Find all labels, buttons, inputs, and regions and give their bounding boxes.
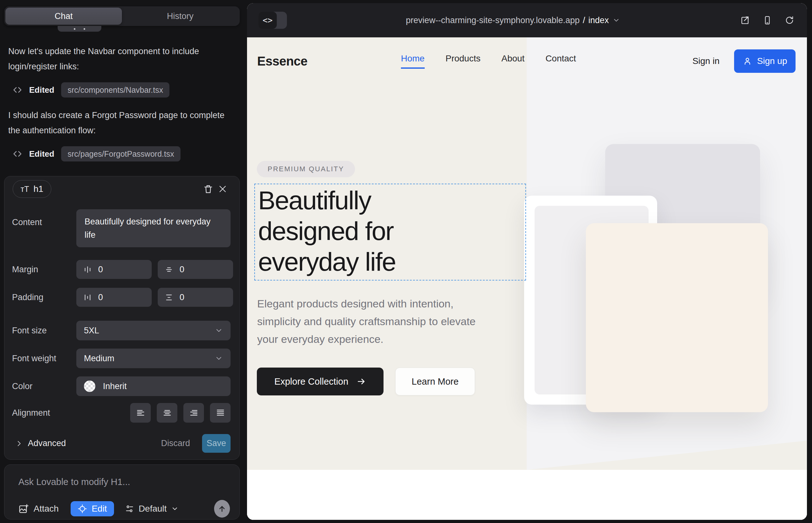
font-weight-select[interactable]: Medium bbox=[76, 348, 231, 368]
sliders-icon bbox=[125, 504, 134, 513]
explore-collection-button[interactable]: Explore Collection bbox=[257, 367, 384, 395]
font-weight-label: Font weight bbox=[12, 354, 76, 363]
sign-up-button[interactable]: Sign up bbox=[734, 49, 796, 73]
sign-in-link[interactable]: Sign in bbox=[692, 56, 720, 66]
edited-file-row[interactable]: Edited src/pages/ForgotPassword.tsx bbox=[13, 146, 180, 161]
content-label: Content bbox=[12, 217, 76, 227]
open-in-new-tab-button[interactable] bbox=[739, 14, 751, 26]
url-bar[interactable]: preview--charming-site-symphony.lovable.… bbox=[287, 16, 739, 25]
margin-y-input[interactable]: 0 bbox=[158, 260, 233, 279]
nav-link-products[interactable]: Products bbox=[446, 54, 481, 69]
attach-button[interactable]: Attach bbox=[18, 504, 58, 514]
chevron-down-icon bbox=[215, 354, 223, 362]
align-left-icon bbox=[136, 408, 145, 418]
trash-icon bbox=[203, 184, 213, 194]
save-button[interactable]: Save bbox=[202, 434, 231, 453]
decor-card-cream bbox=[586, 223, 768, 412]
align-right-icon bbox=[189, 408, 198, 418]
chevron-right-icon bbox=[15, 440, 23, 447]
padding-horizontal-icon bbox=[83, 293, 92, 302]
discard-button[interactable]: Discard bbox=[161, 438, 190, 448]
arrow-right-icon bbox=[357, 377, 366, 386]
align-left-button[interactable] bbox=[130, 403, 151, 422]
learn-more-button[interactable]: Learn More bbox=[395, 367, 475, 395]
hero-cta-row: Explore Collection Learn More bbox=[257, 367, 475, 395]
element-editor-panel: тT h1 Content Beautifully designed bbox=[4, 176, 240, 460]
font-size-select[interactable]: 5XL bbox=[76, 321, 231, 340]
color-select[interactable]: Inherit bbox=[76, 376, 231, 396]
edited-file-row[interactable]: Edited src/components/Navbar.tsx bbox=[13, 82, 170, 97]
site-nav: Home Products About Contact bbox=[401, 54, 576, 69]
preview-pane: <> preview--charming-site-symphony.lovab… bbox=[247, 3, 807, 520]
edited-label: Edited bbox=[29, 149, 54, 159]
hero-paragraph: Elegant products designed with intention… bbox=[257, 295, 498, 348]
nav-link-home[interactable]: Home bbox=[401, 54, 425, 69]
code-icon: <> bbox=[259, 12, 277, 29]
selected-element-badge: тT h1 bbox=[13, 180, 51, 198]
target-icon bbox=[77, 504, 87, 513]
align-center-icon bbox=[162, 408, 172, 418]
attach-image-icon bbox=[18, 504, 29, 514]
model-default-button[interactable]: Default bbox=[125, 504, 179, 514]
preview-path: index bbox=[588, 16, 609, 25]
color-label: Color bbox=[12, 381, 76, 391]
alignment-label: Alignment bbox=[12, 408, 76, 418]
prompt-input[interactable]: Ask Lovable to modify H1... bbox=[18, 477, 230, 487]
margin-x-input[interactable]: 0 bbox=[76, 260, 152, 279]
preview-url: preview--charming-site-symphony.lovable.… bbox=[406, 16, 580, 25]
content-textarea[interactable]: Beautifully designed for everyday life bbox=[76, 209, 231, 247]
padding-label: Padding bbox=[12, 292, 76, 302]
color-swatch bbox=[84, 381, 95, 392]
site-logo[interactable]: Essence bbox=[257, 54, 307, 68]
padding-x-input[interactable]: 0 bbox=[76, 288, 152, 307]
h1-selection-outline[interactable]: Beautifully designed for everyday life bbox=[254, 184, 526, 281]
premium-quality-badge: PREMIUM QUALITY bbox=[257, 161, 355, 177]
tab-history[interactable]: History bbox=[122, 7, 239, 25]
padding-y-input[interactable]: 0 bbox=[158, 288, 233, 307]
send-button[interactable] bbox=[214, 500, 230, 518]
chevron-down-icon bbox=[215, 326, 223, 335]
edited-file-pill[interactable]: src/pages/ForgotPassword.tsx bbox=[61, 146, 180, 161]
external-link-icon bbox=[740, 15, 750, 25]
text-type-icon: тT bbox=[21, 184, 29, 194]
code-icon bbox=[13, 149, 22, 159]
smartphone-icon bbox=[763, 16, 772, 25]
advanced-toggle[interactable]: Advanced bbox=[15, 438, 66, 448]
tab-chat[interactable]: Chat bbox=[5, 7, 122, 25]
arrow-up-icon bbox=[217, 504, 226, 513]
close-icon bbox=[218, 184, 227, 194]
align-justify-button[interactable] bbox=[210, 403, 231, 422]
code-preview-toggle[interactable]: <> bbox=[259, 12, 287, 29]
padding-vertical-icon bbox=[165, 293, 173, 302]
close-editor-button[interactable] bbox=[215, 182, 230, 196]
prompt-composer: Ask Lovable to modify H1... Attach Edit … bbox=[4, 465, 240, 520]
hero-heading[interactable]: Beautifully designed for everyday life bbox=[258, 185, 395, 277]
edited-file-pill[interactable]: src/components/Navbar.tsx bbox=[61, 82, 170, 97]
code-icon bbox=[13, 85, 22, 95]
preview-toolbar: <> preview--charming-site-symphony.lovab… bbox=[247, 3, 807, 37]
chat-message: Now let's update the Navbar component to… bbox=[8, 44, 235, 74]
align-center-button[interactable] bbox=[157, 403, 177, 422]
font-size-label: Font size bbox=[12, 326, 76, 336]
nav-link-contact[interactable]: Contact bbox=[545, 54, 576, 69]
url-separator: / bbox=[583, 16, 585, 25]
edited-label: Edited bbox=[29, 85, 54, 95]
margin-vertical-icon bbox=[165, 265, 173, 274]
chat-panel: Chat History Now let's update the Navbar… bbox=[0, 0, 247, 523]
lovable-app: Chat History Now let's update the Navbar… bbox=[0, 0, 812, 523]
site-navbar: Essence Home Products About Contact Sign… bbox=[257, 49, 797, 73]
align-right-button[interactable] bbox=[183, 403, 204, 422]
section-below-hero bbox=[247, 470, 807, 520]
chat-message: I should also create a Forgot Password p… bbox=[8, 108, 235, 138]
refresh-button[interactable] bbox=[783, 14, 796, 26]
refresh-icon bbox=[785, 16, 794, 25]
edit-mode-button[interactable]: Edit bbox=[71, 501, 114, 516]
margin-label: Margin bbox=[12, 265, 76, 274]
user-icon bbox=[743, 56, 752, 66]
mobile-view-button[interactable] bbox=[761, 14, 773, 26]
margin-horizontal-icon bbox=[83, 265, 92, 274]
element-tag-label: h1 bbox=[34, 184, 43, 194]
delete-element-button[interactable] bbox=[201, 182, 215, 196]
nav-link-about[interactable]: About bbox=[501, 54, 525, 69]
scrolled-out-badge bbox=[58, 26, 101, 32]
